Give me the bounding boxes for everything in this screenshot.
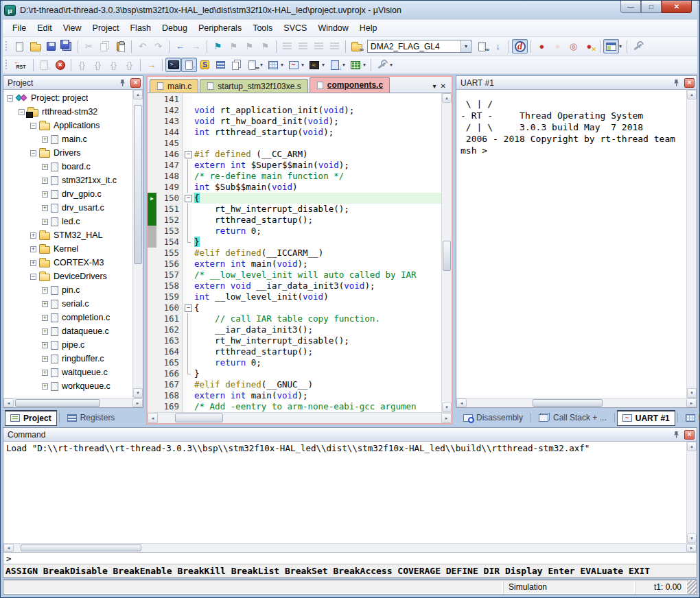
tree-item-drivers[interactable]: −Drivers [3,146,132,160]
dock-tab-disassembly[interactable]: Disassembly [458,410,528,425]
find-in-files-button[interactable]: ∞ [349,39,364,53]
code-text[interactable]: } [192,368,441,379]
code-editor[interactable]: 141142void rt_application_init(void);143… [148,93,441,412]
tree-item-project-project[interactable]: −Project: project [3,91,132,105]
paste-button[interactable] [113,39,128,53]
tree-expander-icon[interactable]: + [42,315,48,321]
run-button[interactable]: → [36,58,52,72]
tree-item-drv-usart-c[interactable]: +drv_usart.c [3,201,132,215]
indent-button[interactable] [295,39,311,53]
tree-item-applications[interactable]: −Applications [3,119,132,132]
editor-tab-startup-stm32f103xe-s[interactable]: startup_stm32f103xe.s [200,79,307,93]
code-text[interactable]: rt_hw_interrupt_disable(); [192,204,441,215]
code-text[interactable]: __iar_data_init3(); [192,324,441,335]
serial-window-button[interactable]: ~ [285,58,301,72]
watch-window-button[interactable]: ∞ [244,58,260,72]
scroll-thumb[interactable] [134,105,142,264]
tree-expander-icon[interactable]: + [42,191,48,198]
save-button[interactable] [43,39,59,53]
navigate-forward-button[interactable]: → [188,39,204,53]
step-over-button[interactable]: {} [90,58,106,72]
search-term-dropdown-icon[interactable]: ▾ [460,40,471,52]
command-panel-close-icon[interactable]: ✕ [684,430,695,440]
tree-item-led-c[interactable]: +led.c [3,215,132,228]
code-text[interactable]: { [192,302,441,313]
step-button[interactable]: {} [74,58,90,72]
uart-vscrollbar[interactable]: ▴ ▾ [686,90,697,398]
tree-item-workqueue-c[interactable]: +workqueue.c [3,379,132,393]
insert-breakpoint-button[interactable]: ● [534,39,550,53]
tools-menu-button[interactable] [374,58,390,72]
uncomment-button[interactable] [327,39,342,53]
scroll-thumb[interactable] [21,545,141,551]
serial-window-button-dropdown-icon[interactable]: ▾ [301,62,304,68]
code-text[interactable] [192,138,441,149]
code-text[interactable] [192,94,441,105]
scroll-track[interactable] [467,398,686,407]
scroll-down-icon[interactable]: ▾ [687,388,697,398]
disable-all-breakpoints-button[interactable]: ◎ [565,39,581,53]
memory-window-button-dropdown-icon[interactable]: ▾ [281,62,283,68]
new-file-button[interactable] [12,39,27,53]
tree-expander-icon[interactable]: + [42,383,48,390]
scroll-up-icon[interactable]: ▴ [687,442,697,451]
resize-grip[interactable] [687,580,697,594]
tree-expander-icon[interactable]: + [42,205,48,211]
tree-expander-icon[interactable]: + [42,219,48,225]
tree-expander-icon[interactable]: − [30,150,36,156]
copy-button[interactable] [97,39,113,53]
tree-item-drv-gpio-c[interactable]: +drv_gpio.c [3,187,132,201]
navigate-back-button[interactable]: ← [172,39,188,53]
kill-all-breakpoints-button[interactable]: ●✕ [581,39,597,53]
tree-expander-icon[interactable]: + [30,246,36,252]
code-text[interactable]: /* re-define main function */ [192,171,441,182]
menu-flash[interactable]: Flash [124,21,156,35]
find-button[interactable]: ∞ [474,39,490,53]
scroll-track[interactable] [14,544,686,552]
pin-icon[interactable] [117,78,128,88]
dock-tab-memory-1[interactable]: Memory 1 [680,410,700,425]
pin-icon[interactable] [671,430,681,440]
menu-edit[interactable]: Edit [32,21,58,35]
code-text[interactable]: rtthread_startup(); [192,215,441,226]
tree-expander-icon[interactable]: + [42,164,48,170]
code-text[interactable]: // call IAR table copy function. [192,313,441,324]
pin-icon[interactable] [671,78,681,88]
scroll-down-icon[interactable]: ▾ [442,403,452,412]
dock-tab-call-stack[interactable]: Call Stack + ... [533,410,612,425]
disable-breakpoint-button[interactable]: ● [550,39,565,53]
registers-window-button[interactable] [213,58,229,72]
bookmark-clear-button[interactable]: ⚑ [257,39,273,53]
tree-item-pin-c[interactable]: +pin.c [3,283,132,297]
tree-item-ringbuffer-c[interactable]: +ringbuffer.c [3,352,132,366]
code-text[interactable]: return 0; [192,226,441,237]
save-all-button[interactable] [59,39,75,53]
editor-tab-main-c[interactable]: main.c [150,79,198,93]
minimize-button[interactable]: — [620,1,641,13]
uart-hscrollbar[interactable]: ◂ ▸ [456,398,697,407]
scroll-thumb[interactable] [175,414,223,422]
code-text[interactable]: } [192,237,441,248]
code-text[interactable]: rt_hw_interrupt_disable(); [192,335,441,346]
code-text[interactable]: extern int main(void); [192,259,441,270]
tree-expander-icon[interactable]: + [30,232,36,239]
toolbox-window-button[interactable] [347,58,363,72]
analysis-window-button-dropdown-icon[interactable]: ▾ [322,62,325,68]
start-stop-debug-button[interactable]: d [512,39,528,53]
scroll-left-icon[interactable]: ◂ [3,398,14,407]
project-tree-hscrollbar[interactable]: ◂ ▸ [3,398,143,407]
fold-collapse-icon[interactable] [183,302,192,313]
tree-expander-icon[interactable]: + [30,260,36,266]
code-text[interactable]: return 0; [192,357,441,368]
scroll-thumb[interactable] [15,399,101,407]
document-list-dropdown-icon[interactable]: ▾ [433,82,436,90]
scroll-down-icon[interactable]: ▾ [687,534,697,543]
menu-help[interactable]: Help [354,21,383,35]
bookmark-toggle-button[interactable]: ⚑ [210,39,226,53]
dock-tab-registers[interactable]: Registers [62,410,121,425]
scroll-down-icon[interactable]: ▾ [133,388,143,398]
code-text[interactable]: /* Add -eentry to arm-none-eabi-gcc argu… [192,401,441,412]
incremental-find-button[interactable]: ↓ [490,39,506,53]
window-layout-button-dropdown-icon[interactable]: ▾ [619,43,622,49]
command-vscrollbar[interactable]: ▴ ▾ [686,442,697,543]
